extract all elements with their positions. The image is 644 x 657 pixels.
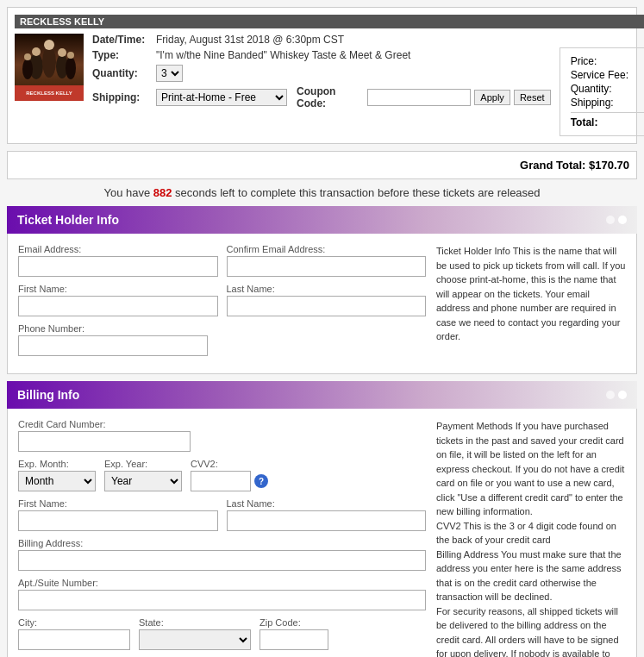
svg-point-9 <box>67 52 74 59</box>
svg-point-6 <box>44 40 54 50</box>
svg-point-3 <box>22 59 33 79</box>
email-group: Email Address: <box>18 244 218 277</box>
confirm-email-label: Confirm Email Address: <box>227 244 427 254</box>
state-label: State: <box>139 617 251 628</box>
ticket-holder-fields: Email Address: Confirm Email Address: Fi… <box>18 244 426 363</box>
exp-month-select[interactable]: Month010203040506070809101112 <box>18 471 96 491</box>
exp-month-group: Exp. Month: Month01020304050607080910111… <box>18 459 96 491</box>
dot2 <box>618 216 627 224</box>
billing-last-name-group: Last Name: <box>227 498 427 531</box>
price-summary: Price: $50.00 Service Fee: $6.90 Quantit… <box>560 47 644 136</box>
billing-last-name-label: Last Name: <box>227 498 427 509</box>
event-section: RECKLESS KELLY <box>7 7 637 144</box>
ticket-holder-help: Ticket Holder Info This is the name that… <box>436 244 626 363</box>
timer-bar: You have 882 seconds left to complete th… <box>0 186 644 199</box>
city-label: City: <box>18 617 130 628</box>
state-group: State: <box>139 617 251 650</box>
billing-section-dots <box>606 391 627 399</box>
cvv2-label: CVV2: <box>191 459 268 469</box>
exp-year-label: Exp. Year: <box>104 459 182 469</box>
email-label: Email Address: <box>18 244 218 254</box>
ticket-holder-header: Ticket Holder Info <box>7 206 637 234</box>
exp-year-select[interactable]: Year20182019202020212022 <box>104 471 182 491</box>
billing-header: Billing Info <box>7 381 637 409</box>
last-name-label: Last Name: <box>227 284 427 294</box>
apply-coupon-button[interactable]: Apply <box>474 90 510 105</box>
exp-year-group: Exp. Year: Year20182019202020212022 <box>104 459 182 491</box>
phone-label: Phone Number: <box>18 323 208 334</box>
cvv2-help-icon[interactable]: ? <box>254 474 268 488</box>
billing-first-name-label: First Name: <box>18 498 218 509</box>
city-input[interactable] <box>18 629 130 650</box>
event-title: RECKLESS KELLY <box>15 15 644 28</box>
confirm-email-group: Confirm Email Address: <box>227 244 427 277</box>
cc-number-group: Credit Card Number: <box>18 419 191 452</box>
cc-number-input[interactable] <box>18 431 191 452</box>
billing-first-name-group: First Name: <box>18 498 218 531</box>
cc-number-label: Credit Card Number: <box>18 419 191 429</box>
shipping-select[interactable]: Print-at-Home - Free <box>156 89 287 106</box>
cvv2-group: CVV2: ? <box>191 459 268 491</box>
billing-address-input[interactable] <box>18 550 426 571</box>
zip-group: Zip Code: <box>259 617 328 650</box>
svg-point-7 <box>58 48 66 57</box>
svg-point-4 <box>66 57 76 79</box>
coupon-input[interactable] <box>367 89 471 106</box>
first-name-group: First Name: <box>18 284 218 316</box>
billing-dot1 <box>606 391 615 399</box>
email-input[interactable] <box>18 256 218 277</box>
last-name-group: Last Name: <box>227 284 427 316</box>
ticket-holder-form: Email Address: Confirm Email Address: Fi… <box>7 234 637 374</box>
billing-help: Payment Methods If you have purchased ti… <box>436 419 626 657</box>
dot1 <box>606 216 615 224</box>
cvv2-input[interactable] <box>191 471 251 491</box>
last-name-input[interactable] <box>227 296 427 316</box>
grand-total-bar: Grand Total: $170.70 <box>7 151 637 179</box>
phone-input[interactable] <box>18 335 208 356</box>
reset-coupon-button[interactable]: Reset <box>514 90 551 105</box>
billing-dot2 <box>618 391 627 399</box>
apt-group: Apt./Suite Number: <box>18 578 426 610</box>
zip-label: Zip Code: <box>259 617 328 628</box>
billing-last-name-input[interactable] <box>227 510 427 531</box>
state-select[interactable] <box>139 629 251 650</box>
event-image: RECKLESS KELLY <box>15 34 84 103</box>
svg-point-8 <box>24 53 31 60</box>
apt-label: Apt./Suite Number: <box>18 578 426 588</box>
svg-point-1 <box>42 47 56 78</box>
billing-fields: Credit Card Number: Exp. Month: Month010… <box>18 419 426 657</box>
billing-address-group: Billing Address: <box>18 538 426 571</box>
exp-month-label: Exp. Month: <box>18 459 96 469</box>
phone-group: Phone Number: <box>18 323 208 356</box>
billing-first-name-input[interactable] <box>18 510 218 531</box>
first-name-label: First Name: <box>18 284 218 294</box>
svg-point-5 <box>32 47 41 56</box>
zip-input[interactable] <box>259 629 328 650</box>
first-name-input[interactable] <box>18 296 218 316</box>
billing-form: Credit Card Number: Exp. Month: Month010… <box>7 409 637 657</box>
event-details: Date/Time: Friday, August 31st 2018 @ 6:… <box>92 34 551 113</box>
quantity-select[interactable]: 12345 <box>156 65 183 82</box>
section-dots <box>606 216 627 224</box>
apt-input[interactable] <box>18 590 426 610</box>
confirm-email-input[interactable] <box>227 256 427 277</box>
city-group: City: <box>18 617 130 650</box>
billing-address-label: Billing Address: <box>18 538 426 548</box>
